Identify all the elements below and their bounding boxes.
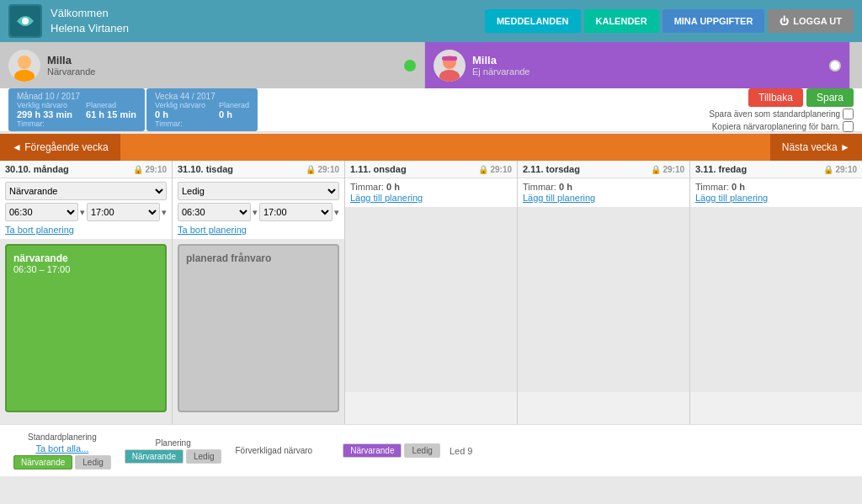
- child-indicator-1: [829, 60, 841, 72]
- day-body-4: [690, 207, 862, 392]
- time-to-select-1[interactable]: 17:00: [259, 203, 333, 221]
- day-type-select-1[interactable]: LedigNärvarande: [178, 182, 339, 200]
- child-item-0[interactable]: Milla Närvarande: [0, 42, 425, 88]
- attendance-block-0: närvarande 06:30 – 17:00: [5, 244, 167, 412]
- day-body-1: planerad frånvaro: [173, 239, 344, 424]
- copy-planning-checkbox[interactable]: [843, 121, 854, 132]
- calendar-grid: 30.10. måndag 🔒 29:10 NärvarandeLedig 06…: [0, 161, 862, 424]
- week-nav: ◄ Föregående vecka Nästa vecka ►: [0, 134, 862, 161]
- legend-actual: Förverkligad närvaro: [235, 446, 312, 455]
- stats-bar: Månad 10 / 2017 Verklig närvaro 299 h 33…: [0, 88, 862, 132]
- week-actual: Verklig närvaro 0 h: [155, 101, 205, 119]
- day-type-select-0[interactable]: NärvarandeLedig: [5, 182, 167, 200]
- back-button[interactable]: Tillbaka: [748, 88, 803, 107]
- day-header-2: 1.11. onsdag 🔒 29:10: [345, 161, 517, 178]
- legend-plan-narvarande[interactable]: Närvarande: [125, 449, 184, 464]
- month-planned: Planerad 61 h 15 min: [86, 101, 136, 119]
- legend-std-ledig[interactable]: Ledig: [75, 455, 110, 470]
- calendar-button[interactable]: KALENDER: [584, 9, 659, 33]
- legend: Standardplanering Ta bort alla... Närvar…: [0, 424, 862, 476]
- save-as-std-checkbox[interactable]: [843, 109, 854, 119]
- day-controls-2: Timmar: 0 h Lägg till planering: [345, 178, 517, 207]
- day-header-1: 31.10. tisdag 🔒 29:10: [173, 161, 344, 178]
- logout-icon: ⏻: [780, 16, 789, 26]
- day-controls-1: LedigNärvarande 06:30 ▾ 17:00 ▾ Ta bort …: [173, 178, 344, 239]
- add-planning-link-4[interactable]: Lägg till planering: [695, 193, 768, 203]
- logout-button[interactable]: ⏻ LOGGA UT: [768, 9, 854, 33]
- day-col-2: 1.11. onsdag 🔒 29:10 Timmar: 0 h Lägg ti…: [345, 161, 518, 424]
- time-to-select-0[interactable]: 17:00: [87, 203, 160, 221]
- svg-point-1: [22, 18, 29, 24]
- my-info-button[interactable]: MINA UPPGIFTER: [662, 9, 765, 33]
- day-col-0: 30.10. måndag 🔒 29:10 NärvarandeLedig 06…: [0, 161, 173, 424]
- legend-std-narvarande[interactable]: Närvarande: [13, 455, 72, 470]
- next-week-button[interactable]: Nästa vecka ►: [770, 134, 862, 161]
- child-info-1: Milla Ej närvarande: [472, 54, 829, 77]
- week-planned: Planerad 0 h: [219, 101, 249, 119]
- remove-all-link[interactable]: Ta bort alla...: [35, 443, 88, 454]
- child-selector: Milla Närvarande Milla Ej närvarande: [0, 42, 862, 88]
- header: Välkommen Helena Virtanen MEDDELANDEN KA…: [0, 0, 862, 42]
- day-controls-4: Timmar: 0 h Lägg till planering: [690, 178, 862, 207]
- day-header-3: 2.11. torsdag 🔒 29:10: [518, 161, 689, 178]
- svg-rect-6: [442, 56, 457, 61]
- day-body-0: närvarande 06:30 – 17:00: [0, 239, 172, 424]
- add-planning-link-3[interactable]: Lägg till planering: [523, 193, 595, 203]
- legend-bottom-narvarande[interactable]: Närvarande: [343, 443, 402, 458]
- svg-point-3: [14, 70, 35, 82]
- header-title: Välkommen Helena Virtanen: [51, 6, 129, 36]
- week-stats: Vecka 44 / 2017 Verklig närvaro 0 h Plan…: [146, 88, 258, 131]
- save-as-std-label[interactable]: Spara även som standardplanering: [709, 109, 854, 119]
- attendance-block-1: planerad frånvaro: [178, 244, 339, 412]
- svg-point-2: [18, 56, 31, 69]
- day-controls-0: NärvarandeLedig 06:30 ▾ 17:00 ▾ Ta bort …: [0, 178, 172, 239]
- day-col-1: 31.10. tisdag 🔒 29:10 LedigNärvarande 06…: [173, 161, 345, 424]
- stats-actions: Tillbaka Spara Spara även som standardpl…: [709, 88, 854, 132]
- child-item-1[interactable]: Milla Ej närvarande: [425, 42, 850, 88]
- legend-bottom-ledig[interactable]: Ledig: [404, 443, 439, 458]
- child-avatar-0: [8, 50, 40, 82]
- day-body-2: [345, 207, 517, 392]
- child-indicator-0: [404, 60, 416, 72]
- legend-plan-ledig[interactable]: Ledig: [186, 449, 221, 464]
- legend-planning: Planering Närvarande Ledig: [125, 438, 222, 464]
- led-label: Led 9: [450, 446, 473, 456]
- child-info-0: Milla Närvarande: [47, 54, 404, 77]
- day-col-4: 3.11. fredag 🔒 29:10 Timmar: 0 h Lägg ti…: [690, 161, 862, 424]
- app-logo: [8, 4, 42, 38]
- time-from-select-0[interactable]: 06:30: [5, 203, 78, 221]
- day-controls-3: Timmar: 0 h Lägg till planering: [518, 178, 689, 207]
- month-actual: Verklig närvaro 299 h 33 min: [17, 101, 72, 119]
- prev-week-button[interactable]: ◄ Föregående vecka: [0, 134, 120, 161]
- day-header-4: 3.11. fredag 🔒 29:10: [690, 161, 862, 178]
- add-planning-link-2[interactable]: Lägg till planering: [350, 193, 423, 203]
- save-button[interactable]: Spara: [806, 88, 854, 107]
- day-col-3: 2.11. torsdag 🔒 29:10 Timmar: 0 h Lägg t…: [518, 161, 690, 424]
- copy-planning-label[interactable]: Kopiera närvaroplanering för barn.: [712, 121, 854, 132]
- legend-bottom: Närvarande Ledig Led 9: [343, 443, 472, 458]
- legend-std: Standardplanering Ta bort alla... Närvar…: [13, 432, 111, 470]
- remove-planning-link-1[interactable]: Ta bort planering: [178, 225, 247, 235]
- svg-point-5: [439, 70, 460, 82]
- day-body-3: [518, 207, 689, 392]
- header-nav: MEDDELANDEN KALENDER MINA UPPGIFTER ⏻ LO…: [485, 9, 854, 33]
- child-avatar-1: [434, 50, 466, 82]
- messages-button[interactable]: MEDDELANDEN: [485, 9, 581, 33]
- remove-planning-link-0[interactable]: Ta bort planering: [5, 225, 74, 235]
- month-stats: Månad 10 / 2017 Verklig närvaro 299 h 33…: [8, 88, 145, 131]
- time-from-select-1[interactable]: 06:30: [178, 203, 251, 221]
- day-header-0: 30.10. måndag 🔒 29:10: [0, 161, 172, 178]
